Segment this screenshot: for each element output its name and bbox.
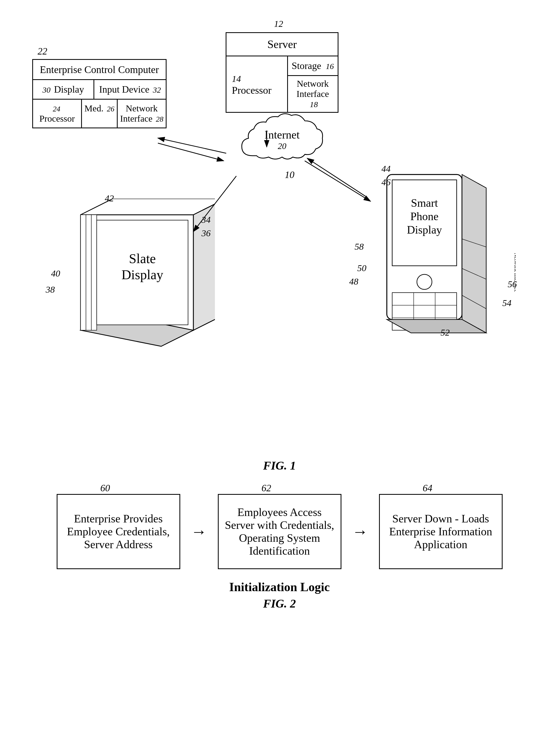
ecc-processor: 24 Processor (33, 100, 82, 127)
svg-rect-5 (81, 215, 86, 330)
ecc-med-label: Med. (84, 103, 104, 113)
flow-box-64: 64 Server Down - Loads Enterprise Inform… (379, 494, 502, 569)
fig1-caption: FIG. 1 (263, 453, 296, 473)
ecc-ref: 22 (38, 46, 47, 57)
server-processor-label: Processor (232, 85, 272, 96)
flow-box-60: 60 Enterprise Provides Employee Credenti… (57, 494, 180, 569)
ecc-ref28: 28 (156, 115, 163, 123)
slate-ref42: 42 (105, 193, 114, 204)
server-network: Network Interface 18 (288, 76, 338, 112)
ecc-network-label: Network Interface (120, 103, 158, 123)
server-storage: Storage 16 (288, 56, 338, 76)
ecc-display-label: Display (54, 84, 84, 95)
svg-rect-12 (392, 180, 457, 266)
flow-ref-60: 60 (100, 482, 110, 494)
slate-ref34: 34 (201, 215, 210, 225)
server-ref: 12 (274, 19, 283, 29)
fig2-caption: FIG. 2 (16, 597, 543, 611)
svg-text:Phone: Phone (410, 210, 439, 222)
internet-label: Internet 20 (265, 128, 300, 151)
slate-ref38: 38 (46, 285, 55, 295)
ecc-input-device: Input Device 32 (94, 80, 166, 99)
ecc-title: Enterprise Control Computer (33, 60, 166, 80)
svg-marker-22 (462, 174, 486, 333)
internet-cloud: Internet 20 (237, 108, 328, 172)
ref10: 10 (285, 169, 294, 181)
svg-rect-7 (91, 215, 97, 330)
ecc-processor-label: Processor (39, 114, 75, 123)
fig2-subtitle: Initialization Logic (16, 580, 543, 594)
fig2-flowchart: 60 Enterprise Provides Employee Credenti… (16, 494, 543, 569)
server-storage-ref: 16 (326, 62, 334, 71)
ecc-med: Med. 26 (82, 100, 118, 127)
slate-ref40: 40 (51, 268, 60, 279)
flow-text-64: Server Down - Loads Enterprise Informati… (385, 512, 496, 551)
smartphone: 44 46 48 50 52 54 56 58 Smart Phone Disp… (365, 172, 516, 360)
flow-ref-64: 64 (423, 482, 432, 494)
internet-text: Internet (265, 128, 300, 141)
server-processor: 14 Processor (226, 56, 288, 112)
fig1-diagram: 12 Server 14 Processor Storage 16 (16, 16, 543, 473)
ecc-network: Network Interface 28 (118, 100, 166, 127)
slate-ref36: 36 (201, 228, 210, 238)
sp-ref44: 44 (381, 164, 390, 174)
ecc-ref24: 24 (53, 105, 60, 113)
flow-text-62: Employees Access Server with Credentials… (224, 506, 335, 557)
sp-ref58: 58 (355, 242, 364, 252)
sp-ref46: 46 (381, 177, 390, 187)
server-box: 12 Server 14 Processor Storage 16 (226, 32, 338, 113)
svg-text:Smart: Smart (411, 197, 438, 209)
svg-line-34 (158, 143, 224, 161)
ecc-title-label: Enterprise Control Computer (36, 64, 163, 75)
flow-arrow-1: → (191, 522, 207, 541)
slate-display: 42 34 36 38 40 (59, 199, 215, 354)
ecc-display: 30 Display (33, 80, 94, 99)
server-network-label: Network Interface (296, 79, 329, 99)
page: 12 Server 14 Processor Storage 16 (0, 0, 559, 756)
svg-marker-1 (81, 199, 215, 215)
server-processor-ref: 14 (232, 74, 241, 84)
flow-arrow-2: → (352, 522, 368, 541)
flow-ref-62: 62 (262, 482, 271, 494)
ecc-ref30: 30 (42, 86, 50, 94)
sp-ref50: 50 (357, 263, 366, 273)
svg-text:Display: Display (407, 223, 442, 236)
svg-point-16 (417, 275, 432, 289)
server-storage-label: Storage (292, 61, 321, 71)
fig1-title: FIG. 1 (263, 459, 296, 473)
server-title: Server (226, 33, 338, 56)
flow-box-62: 62 Employees Access Server with Credenti… (218, 494, 341, 569)
svg-line-33 (158, 138, 226, 153)
sp-ref52: 52 (441, 328, 450, 338)
sp-ref48: 48 (349, 277, 358, 287)
sp-ref54: 54 (502, 298, 511, 308)
flow-text-60: Enterprise Provides Employee Credentials… (63, 512, 174, 551)
fig2-section: 60 Enterprise Provides Employee Credenti… (16, 494, 543, 611)
ecc-input-label: Input Device (99, 84, 149, 95)
svg-rect-6 (86, 215, 91, 330)
ecc-box: 22 Enterprise Control Computer 30 Displa… (32, 59, 166, 128)
sp-ref56: 56 (508, 279, 517, 289)
ecc-ref32: 32 (153, 86, 161, 94)
ecc-ref26: 26 (107, 105, 114, 113)
internet-ref: 20 (265, 141, 300, 151)
svg-text:Display: Display (121, 267, 163, 282)
svg-text:Slate: Slate (129, 251, 156, 266)
